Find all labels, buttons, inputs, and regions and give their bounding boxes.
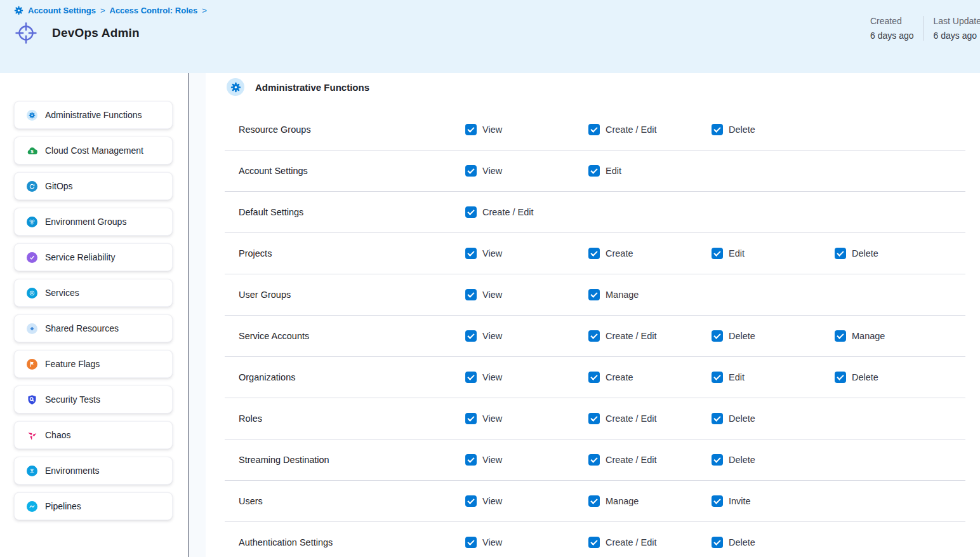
permission-streaming-destination-delete[interactable]: Delete — [712, 454, 835, 466]
checkbox-checked-icon[interactable] — [712, 124, 723, 135]
sidebar-resizer[interactable] — [189, 73, 206, 557]
permission-cells: View Create Edit Delete — [465, 372, 958, 383]
permission-roles-create-edit[interactable]: Create / Edit — [588, 413, 712, 424]
permission-projects-view[interactable]: View — [465, 248, 588, 259]
permission-authentication-settings-view[interactable]: View — [465, 537, 588, 548]
checkbox-checked-icon[interactable] — [835, 330, 846, 342]
permission-roles-view[interactable]: View — [465, 413, 588, 424]
permission-roles-delete[interactable]: Delete — [712, 413, 835, 424]
last-updated-label: Last Updated — [934, 16, 980, 26]
checkbox-checked-icon[interactable] — [712, 537, 723, 548]
sidebar-item-feature-flags[interactable]: Feature Flags — [14, 350, 173, 378]
permission-organizations-edit[interactable]: Edit — [712, 372, 835, 383]
checkbox-checked-icon[interactable] — [712, 413, 723, 424]
permission-user-groups-manage[interactable]: Manage — [588, 289, 712, 300]
checkbox-checked-icon[interactable] — [588, 124, 600, 135]
permission-organizations-create[interactable]: Create — [588, 372, 712, 383]
permission-row-streaming-destination: Streaming Destination View Create / Edit… — [225, 440, 965, 481]
permission-organizations-delete[interactable]: Delete — [835, 372, 958, 383]
resource-label: Streaming Destination — [239, 455, 465, 465]
breadcrumb-link-account-settings[interactable]: Account Settings — [28, 6, 96, 15]
permission-row-projects: Projects View Create Edit Delete — [225, 233, 965, 274]
permission-projects-create[interactable]: Create — [588, 248, 712, 259]
checkbox-checked-icon[interactable] — [465, 206, 477, 218]
permission-row-account-settings: Account Settings View Edit — [225, 151, 965, 192]
permission-authentication-settings-delete[interactable]: Delete — [712, 537, 835, 548]
permission-label: Edit — [729, 248, 745, 258]
permission-users-invite[interactable]: Invite — [712, 495, 835, 507]
sidebar-item-pipelines[interactable]: Pipelines — [14, 492, 173, 520]
resource-label: User Groups — [239, 290, 465, 300]
resource-label: Authentication Settings — [239, 537, 465, 547]
checkbox-checked-icon[interactable] — [712, 372, 723, 383]
permission-projects-edit[interactable]: Edit — [712, 248, 835, 259]
permission-label: Invite — [729, 496, 751, 506]
permission-account-settings-edit[interactable]: Edit — [588, 165, 712, 177]
checkbox-checked-icon[interactable] — [588, 330, 600, 342]
permission-streaming-destination-view[interactable]: View — [465, 454, 588, 466]
checkbox-checked-icon[interactable] — [588, 495, 600, 507]
checkbox-checked-icon[interactable] — [588, 454, 600, 466]
sidebar-item-chaos[interactable]: Chaos — [14, 421, 173, 449]
checkbox-checked-icon[interactable] — [588, 372, 600, 383]
checkbox-checked-icon[interactable] — [588, 537, 600, 548]
permission-user-groups-view[interactable]: View — [465, 289, 588, 300]
sidebar-item-service-reliability[interactable]: Service Reliability — [14, 243, 173, 271]
permission-users-manage[interactable]: Manage — [588, 495, 712, 507]
checkbox-checked-icon[interactable] — [835, 248, 846, 259]
checkbox-checked-icon[interactable] — [465, 165, 477, 177]
sidebar-item-environment-groups[interactable]: Environment Groups — [14, 208, 173, 236]
permission-service-accounts-create-edit[interactable]: Create / Edit — [588, 330, 712, 342]
checkbox-checked-icon[interactable] — [465, 372, 477, 383]
sidebar-item-administrative-functions[interactable]: Administrative Functions — [14, 101, 173, 129]
sidebar-item-environments[interactable]: Environments — [14, 457, 173, 485]
permission-service-accounts-delete[interactable]: Delete — [712, 330, 835, 342]
breadcrumb-link-access-control-roles[interactable]: Access Control: Roles — [110, 6, 198, 15]
checkbox-checked-icon[interactable] — [465, 289, 477, 300]
module-list: Administrative Functions Cloud Cost Mana… — [0, 101, 188, 520]
checkbox-checked-icon[interactable] — [588, 248, 600, 259]
checkbox-checked-icon[interactable] — [712, 248, 723, 259]
resource-label: Service Accounts — [239, 331, 465, 341]
permission-resource-groups-view[interactable]: View — [465, 124, 588, 135]
checkbox-checked-icon[interactable] — [712, 495, 723, 507]
checkbox-checked-icon[interactable] — [465, 495, 477, 507]
sidebar-item-cloud-cost-management[interactable]: Cloud Cost Management — [14, 137, 173, 164]
checkbox-checked-icon[interactable] — [465, 330, 477, 342]
section-header: Administrative Functions — [206, 73, 980, 96]
permission-resource-groups-create-edit[interactable]: Create / Edit — [588, 124, 712, 135]
permission-row-users: Users View Manage Invite — [225, 481, 965, 522]
created-value: 6 days ago — [870, 30, 914, 41]
checkbox-checked-icon[interactable] — [465, 248, 477, 259]
checkbox-checked-icon[interactable] — [465, 124, 477, 135]
sidebar-item-security-tests[interactable]: Security Tests — [14, 386, 173, 413]
permission-projects-delete[interactable]: Delete — [835, 248, 958, 259]
permission-users-view[interactable]: View — [465, 495, 588, 507]
sidebar-item-services[interactable]: Services — [14, 279, 173, 307]
checkbox-checked-icon[interactable] — [712, 454, 723, 466]
permission-label: Create — [606, 372, 633, 382]
permission-account-settings-view[interactable]: View — [465, 165, 588, 177]
permission-default-settings-create-edit[interactable]: Create / Edit — [465, 206, 588, 218]
checkbox-checked-icon[interactable] — [835, 372, 846, 383]
permission-organizations-view[interactable]: View — [465, 372, 588, 383]
checkbox-checked-icon[interactable] — [712, 330, 723, 342]
permission-row-service-accounts: Service Accounts View Create / Edit Dele… — [225, 316, 965, 357]
permission-service-accounts-manage[interactable]: Manage — [835, 330, 958, 342]
checkbox-checked-icon[interactable] — [465, 413, 477, 424]
permission-authentication-settings-create-edit[interactable]: Create / Edit — [588, 537, 712, 548]
sidebar-item-shared-resources[interactable]: Shared Resources — [14, 314, 173, 342]
permission-label: Delete — [729, 124, 755, 135]
checkbox-checked-icon[interactable] — [465, 454, 477, 466]
sidebar-item-label: Administrative Functions — [45, 110, 142, 120]
gear-icon — [27, 110, 37, 121]
permission-resource-groups-delete[interactable]: Delete — [712, 124, 835, 135]
checkbox-checked-icon[interactable] — [465, 537, 477, 548]
sidebar-item-gitops[interactable]: GitOps — [14, 172, 173, 200]
permission-streaming-destination-create-edit[interactable]: Create / Edit — [588, 454, 712, 466]
permission-cells: View Create / Edit Delete — [465, 537, 835, 548]
checkbox-checked-icon[interactable] — [588, 413, 600, 424]
permission-service-accounts-view[interactable]: View — [465, 330, 588, 342]
checkbox-checked-icon[interactable] — [588, 289, 600, 300]
checkbox-checked-icon[interactable] — [588, 165, 600, 177]
